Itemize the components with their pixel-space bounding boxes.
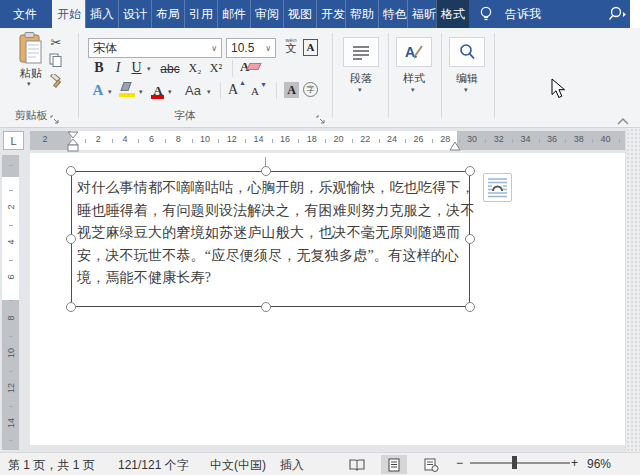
ruler-tick (325, 139, 326, 143)
zoom-in-button[interactable]: + (571, 456, 578, 470)
tab-审阅[interactable]: 审阅 (250, 0, 283, 28)
cut-button[interactable]: ✂ (48, 35, 64, 50)
handle-mid-right[interactable] (465, 234, 475, 244)
subscript-button[interactable]: X₂ (187, 61, 203, 76)
highlight-button[interactable] (119, 82, 137, 99)
handle-top-right[interactable] (465, 166, 475, 176)
tab-格式[interactable]: 格式 (436, 0, 469, 28)
font-name-select[interactable]: 宋体 ∨ (88, 38, 222, 58)
clipboard-dialog-launcher[interactable] (50, 110, 59, 128)
insert-mode-status[interactable]: 插入 (280, 457, 304, 474)
textbox-text-line[interactable]: 安，决不玩世不恭。“应尽便须尽，无复独多虑”。有这样的心 (77, 245, 467, 268)
textbox-text-line[interactable]: 睡也睡得着，有问题则设法解决之，有困难则努力克服之，决不 (77, 200, 467, 223)
right-indent-marker[interactable] (449, 142, 461, 152)
tab-特色功[interactable]: 特色功 (378, 0, 407, 28)
ruler-tick (85, 139, 86, 143)
paste-label[interactable]: 粘贴 (8, 66, 54, 81)
tab-开发工[interactable]: 开发工 (316, 0, 345, 28)
text-effects-dropdown-arrow[interactable]: ▾ (108, 88, 112, 96)
tab-布局[interactable]: 布局 (151, 0, 184, 28)
format-painter-button[interactable] (49, 74, 63, 88)
word-count[interactable]: 121/121 个字 (118, 457, 189, 474)
tab-stop-selector[interactable]: L (3, 131, 24, 150)
zoom-slider-track[interactable] (470, 462, 570, 464)
phonetic-guide-button[interactable]: wén 文 (281, 37, 301, 54)
paste-button[interactable] (16, 32, 46, 70)
zoom-slider-handle[interactable] (512, 456, 517, 469)
font-color-dropdown-arrow[interactable]: ▾ (168, 88, 172, 96)
bold-button[interactable]: B (92, 60, 106, 76)
tell-me-tab[interactable]: 告诉我 (499, 0, 547, 28)
ruler-number: 18 (304, 134, 320, 144)
tab-邮件[interactable]: 邮件 (217, 0, 250, 28)
web-layout-button[interactable] (418, 455, 444, 474)
change-case-button[interactable]: Aa (182, 82, 204, 98)
tab-开始[interactable]: 开始 (52, 0, 85, 28)
ruler-tick (565, 139, 566, 143)
strikethrough-button[interactable]: abc (158, 61, 182, 76)
textbox-text-line[interactable]: 境，焉能不健康长寿? (77, 267, 467, 290)
handle-mid-left[interactable] (66, 234, 76, 244)
handle-top-left[interactable] (66, 166, 76, 176)
grow-font-button[interactable]: A ▲ (228, 81, 246, 99)
tab-福昕P[interactable]: 福昕P (407, 0, 436, 28)
ruler-margin-number: 2 (37, 134, 53, 144)
paragraph-dropdown-arrow[interactable]: ▾ (358, 86, 362, 94)
highlight-color-bar (119, 93, 135, 97)
change-case-dropdown-arrow[interactable]: ▾ (207, 88, 211, 96)
page-info[interactable]: 第 1 页，共 1 页 (8, 457, 95, 474)
read-mode-button[interactable] (344, 455, 370, 474)
textbox-text-line[interactable]: 视芝麻绿豆大的窘境如苏迷庐山般大，也决不毫无原则随遇而 (77, 222, 467, 245)
tab-file[interactable]: 文件 (0, 0, 50, 28)
vertical-scrollbar[interactable] (625, 128, 640, 452)
underline-button[interactable]: U (130, 60, 143, 76)
font-size-select[interactable]: 10.5 ∨ (226, 38, 276, 58)
character-shading-button[interactable]: A (284, 82, 299, 98)
tab-引用[interactable]: 引用 (184, 0, 217, 28)
textbox-text[interactable]: 对什么事情都不嘀嘀咕咕，心胸开朗，乐观愉快，吃也吃得下，睡也睡得着，有问题则设法… (77, 177, 467, 290)
italic-button[interactable]: I (112, 60, 124, 76)
superscript-button[interactable]: X² (208, 61, 224, 76)
handle-bottom-right[interactable] (465, 302, 475, 312)
text-effects-button[interactable]: A (90, 82, 106, 99)
font-color-button[interactable]: A (150, 81, 166, 99)
paste-dropdown-arrow[interactable]: ▾ (27, 80, 31, 88)
styles-dropdown-arrow[interactable]: ▾ (411, 86, 415, 94)
tab-插入[interactable]: 插入 (85, 0, 118, 28)
highlight-dropdown-arrow[interactable]: ▾ (139, 88, 143, 96)
handle-top-center[interactable] (261, 166, 271, 176)
editing-group-button[interactable] (449, 37, 485, 67)
ruler-tick (9, 440, 13, 441)
search-icon[interactable] (608, 6, 626, 26)
layout-options-button[interactable] (483, 173, 512, 202)
ruler-tick (138, 139, 139, 143)
character-border-button[interactable]: A (303, 39, 318, 56)
handle-bottom-center[interactable] (261, 302, 271, 312)
page-layout-icon (388, 458, 400, 472)
tab-设计[interactable]: 设计 (118, 0, 151, 28)
handle-bottom-left[interactable] (66, 302, 76, 312)
paragraph-group-button[interactable] (343, 37, 379, 67)
horizontal-ruler[interactable]: 2 246810121416182022242628303234363840 (30, 131, 640, 150)
ruler-bar: L 2 246810121416182022242628303234363840 (0, 128, 640, 155)
language-status[interactable]: 中文(中国) (210, 457, 266, 474)
font-dialog-launcher[interactable] (316, 110, 325, 128)
print-layout-button[interactable] (381, 455, 407, 474)
shrink-font-button[interactable]: A ▼ (251, 83, 269, 99)
zoom-out-button[interactable]: − (456, 456, 463, 470)
tab-帮助[interactable]: 帮助 (345, 0, 378, 28)
clear-formatting-button[interactable]: A (240, 59, 260, 77)
styles-group-button[interactable]: A (396, 37, 432, 67)
ruler-tick (165, 139, 166, 143)
enclose-characters-button[interactable]: 字 (303, 82, 318, 97)
copy-button[interactable] (49, 53, 63, 67)
zoom-level[interactable]: 96% (587, 457, 611, 471)
underline-dropdown-arrow[interactable]: ▾ (147, 65, 151, 73)
textbox-text-line[interactable]: 对什么事情都不嘀嘀咕咕，心胸开朗，乐观愉快，吃也吃得下， (77, 177, 467, 200)
tab-视图[interactable]: 视图 (283, 0, 316, 28)
editing-dropdown-arrow[interactable]: ▾ (464, 86, 468, 94)
ruler-tick (432, 139, 433, 143)
lightbulb-icon (469, 0, 499, 28)
vertical-ruler[interactable]: 2468101214 (2, 155, 19, 450)
indent-markers[interactable] (67, 131, 79, 152)
